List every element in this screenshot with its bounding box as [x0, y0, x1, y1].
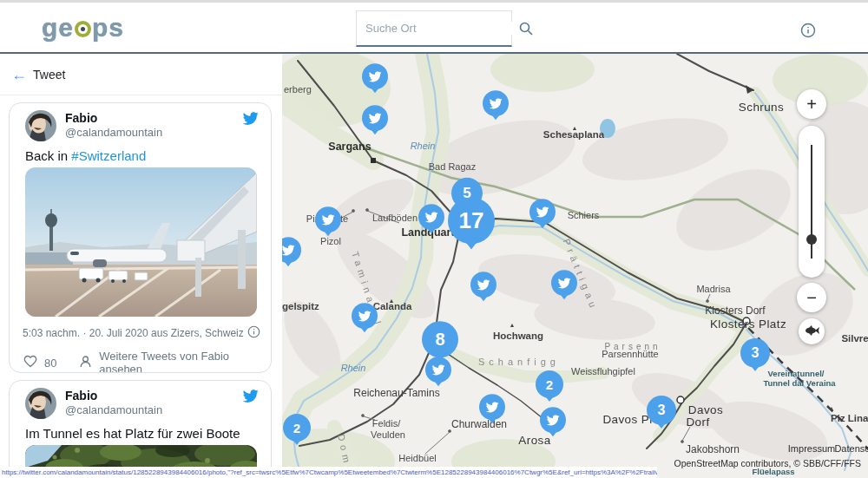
cluster-marker[interactable]: 3 [647, 396, 676, 435]
tweet-pin[interactable] [282, 237, 301, 272]
map-label: gelspitz [282, 301, 319, 311]
tweet-pin[interactable] [529, 199, 556, 234]
info-icon [800, 23, 816, 38]
search-icon[interactable] [518, 21, 534, 36]
header-bar: geps [0, 0, 868, 54]
more-tweets-link[interactable]: Weitere Tweets von Fabio ansehen [99, 350, 271, 373]
zoom-slider[interactable] [799, 126, 825, 278]
tweet-timestamp: 5:03 nachm. · 20. Juli 2020 aus Zizers, … [23, 327, 244, 339]
zoom-in-button[interactable]: + [797, 89, 826, 119]
map-label: Tunnel dal Veraina [763, 378, 835, 388]
map-canvas[interactable]: erbergSargansRheinRheinBad RagazSchrunsS… [282, 54, 868, 478]
map-label: Silvret [841, 333, 868, 344]
map-label: Klosters Dorf [705, 304, 765, 317]
map-label: Sargans [328, 141, 371, 153]
fish-layer-button[interactable] [799, 318, 825, 344]
map-label: ▲ [829, 405, 835, 411]
map-label: Schanfigg [478, 357, 560, 367]
geops-logo[interactable]: geps [42, 13, 124, 43]
search-box[interactable] [356, 10, 512, 47]
tweet-text: Im Tunnel es hat Platz für zwei Boote [25, 426, 240, 441]
search-input[interactable] [365, 22, 518, 35]
tweet-pin[interactable] [352, 303, 378, 338]
map-link[interactable]: Impressum [788, 443, 835, 454]
map-label: Dorf [686, 416, 709, 429]
zoom-slider-handle[interactable] [806, 234, 817, 245]
tweet-actions: 80 Weitere Tweets von Fabio ansehen [23, 350, 271, 373]
person-icon[interactable] [79, 355, 92, 370]
tweet-photo[interactable] [25, 167, 257, 317]
tweet-pin[interactable] [483, 90, 509, 126]
info-button[interactable] [800, 23, 816, 38]
map-label: Laufböden [372, 213, 418, 223]
map-label: Klosters Platz [710, 318, 786, 331]
hashtag-link[interactable]: #Switzerland [71, 148, 146, 163]
map-label: Davos Pl [602, 413, 652, 426]
map-label: Jakobshorn [686, 443, 740, 455]
trailview-app: erbergSargansRheinRheinBad RagazSchrunsS… [0, 0, 868, 478]
logo-o-icon [75, 21, 91, 37]
tweet-card[interactable]: Fabio @calandamountain Back in #Switzerl… [9, 102, 272, 373]
like-icon[interactable] [23, 355, 37, 370]
map-label: ▲ [510, 322, 516, 328]
map-label: ▲ [389, 298, 395, 304]
map-label: ▲ [572, 125, 578, 131]
avatar[interactable] [25, 388, 56, 419]
tweet-author-name[interactable]: Fabio [65, 111, 97, 125]
like-count: 80 [44, 357, 56, 370]
map-label: Rhein [341, 363, 366, 373]
tweet-pin[interactable] [540, 407, 566, 442]
map-label: Piz Linar [831, 413, 868, 423]
map-label: Weissfluhgipfel [571, 366, 635, 377]
map-attribution: OpenStreetMap contributors, © SBB/CFF/FF… [674, 458, 861, 468]
map-label: Davos [688, 403, 723, 416]
map-label: Schesaplana [543, 129, 604, 140]
twitter-bird-icon[interactable] [242, 390, 259, 407]
map-label: erberg [284, 84, 312, 95]
tweet-pin[interactable] [551, 270, 577, 305]
map-link[interactable]: Datenschutz [834, 443, 868, 454]
cluster-marker[interactable]: 17 [448, 197, 495, 258]
twitter-bird-icon[interactable] [242, 112, 259, 129]
map-label: Bad Ragaz [429, 161, 476, 172]
panel-header: ← Tweet [0, 54, 282, 95]
tweet-pin[interactable] [418, 204, 444, 239]
top-strip [0, 0, 868, 3]
panel-title: Tweet [33, 68, 65, 82]
cluster-count: 8 [422, 321, 458, 357]
cluster-marker[interactable]: 8 [422, 321, 458, 367]
map-label: Vereinatunnel/ [768, 369, 825, 378]
zoom-out-button[interactable]: − [797, 283, 826, 312]
map-label: Schruns [739, 101, 784, 114]
tweet-text: Back in #Switzerland [25, 148, 146, 163]
cluster-marker[interactable]: 3 [740, 338, 770, 377]
map-label: Rhein [411, 141, 436, 151]
tweet-card[interactable]: Fabio @calandamountain Im Tunnel es hat … [9, 380, 272, 478]
tweet-pin[interactable] [315, 206, 341, 242]
map-label: Parsennhütte [602, 349, 658, 359]
map-label: Feldis/ [372, 418, 400, 429]
tweet-author-name[interactable]: Fabio [65, 389, 97, 403]
fish-icon [804, 324, 819, 339]
status-bar-url: https://twitter.com/calandamountain/stat… [0, 467, 657, 478]
cluster-marker[interactable]: 2 [283, 414, 311, 451]
back-arrow-icon[interactable]: ← [11, 66, 27, 84]
tweet-info-icon[interactable] [247, 325, 260, 342]
map-label: Madrisa [696, 284, 730, 294]
cluster-count: 17 [448, 197, 495, 244]
tweet-pin[interactable] [362, 105, 388, 141]
tweet-pin[interactable] [362, 63, 388, 99]
map-label: Heidbüel [398, 453, 436, 463]
map-label: Veulden [371, 429, 405, 440]
tweet-author-handle[interactable]: @calandamountain [65, 403, 162, 416]
tweet-pin[interactable] [479, 394, 505, 429]
tweet-sidebar: ← Tweet Fabio @calandamountain Back in #… [0, 54, 282, 478]
map-label: Schiers [568, 210, 600, 220]
tweet-author-handle[interactable]: @calandamountain [65, 126, 162, 139]
cluster-marker[interactable]: 2 [536, 370, 563, 408]
map-label: Hochwang [493, 331, 543, 341]
tweet-pin[interactable] [470, 272, 496, 307]
avatar[interactable] [25, 110, 56, 141]
